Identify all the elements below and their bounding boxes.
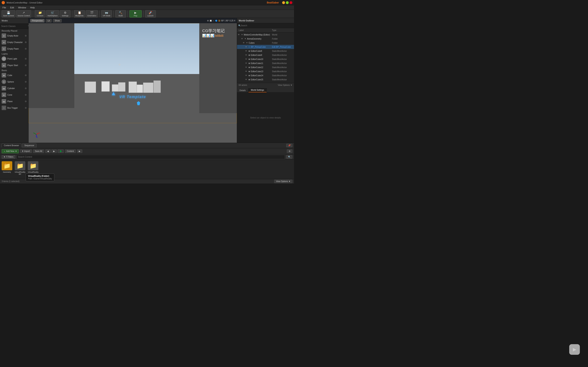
tab-sequencer[interactable]: Sequencer	[22, 143, 36, 147]
content-path-arrow[interactable]: ▶	[77, 150, 82, 153]
view-options-button[interactable]: View Options ▼	[278, 84, 292, 86]
folder-virtual-reality[interactable]: 📁 VirtualReality VirtualReality (Folder)…	[28, 161, 39, 177]
content-path-button[interactable]: Content	[65, 150, 76, 153]
vr-mode-button[interactable]: 🥽 VR Mode	[101, 10, 112, 17]
outliner-item-cube12[interactable]: 👁 ◼ EditorCube12 StaticMeshActor	[237, 65, 294, 69]
eye-icon-0: 👁	[238, 34, 240, 36]
app-icon	[2, 1, 5, 4]
play-button[interactable]: ▶ Play	[130, 10, 142, 17]
outliner-item-bp-pickup[interactable]: 👁 ⬡ BP_PickupCube Edit BP_PickupCube	[237, 45, 294, 49]
minimize-button[interactable]	[282, 1, 285, 4]
menu-window[interactable]: Window	[17, 6, 27, 9]
folder-vr-bp[interactable]: 📁 VirtualReality BP	[14, 161, 26, 177]
settings-button[interactable]: ⚙ Settings	[60, 10, 70, 17]
nav-forward-button[interactable]: ▶	[52, 150, 57, 153]
build-button[interactable]: 🔨 Build	[115, 10, 126, 17]
world-outliner-header: World Outliner	[237, 18, 294, 23]
outliner-search-input[interactable]	[241, 25, 293, 27]
source-control-button[interactable]: ↗ Source Control	[16, 10, 31, 17]
save-all-button[interactable]: Save All	[33, 150, 44, 153]
filters-button[interactable]: ▼ T Filters	[2, 155, 15, 159]
close-button[interactable]	[290, 1, 292, 4]
nav-back-button[interactable]: ◀	[45, 150, 51, 153]
perspective-button[interactable]: Perspective	[30, 19, 44, 22]
outliner-item-cube11[interactable]: 👁 ◼ EditorCube11 StaticMeshActor	[237, 61, 294, 65]
content-search-input[interactable]	[17, 155, 285, 159]
outliner-item-cube10[interactable]: 👁 ◼ EditorCube10 StaticMeshActor	[237, 57, 294, 61]
scene-cube-7	[143, 83, 153, 93]
maximize-button[interactable]	[286, 1, 289, 4]
cb-settings-button[interactable]: ⚙	[287, 150, 292, 153]
app-name: BeatSaber	[267, 1, 279, 4]
place-item-cone[interactable]: ▲ Cone ⊕	[0, 92, 28, 98]
add-new-button[interactable]: ＋ Add New ▼	[2, 149, 19, 153]
eye-icon-4: 👁	[245, 50, 248, 52]
place-item-plane[interactable]: ▬ Plane ⊕	[0, 98, 28, 105]
place-item-empty-actor[interactable]: ● Empty Actor ⊕	[0, 33, 28, 39]
outliner-header-row: Label Type	[237, 28, 294, 33]
item-type-7: StaticMeshActor	[272, 62, 292, 64]
outliner-item-arena[interactable]: 👁 ▼ ArenaGeometry Folder	[237, 37, 294, 41]
empty-pawn-icon: ●	[2, 47, 6, 51]
launch-button[interactable]: 🚀 Launch	[145, 10, 156, 17]
menu-edit[interactable]: Edit	[9, 6, 15, 9]
save-current-button[interactable]: 💾 Save Current	[2, 10, 15, 17]
outliner-item-cubes[interactable]: 👁 ▼ Cubes Folder	[237, 41, 294, 45]
outliner-item-cube15[interactable]: 👁 ◼ EditorCube15 StaticMeshActor	[237, 77, 294, 82]
place-item-box-trigger[interactable]: □ Box Trigger ⊕	[0, 105, 28, 111]
place-item-empty-pawn[interactable]: ● Empty Pawn ⊕	[0, 45, 28, 52]
svg-text:Y: Y	[33, 132, 34, 134]
tab-content-browser[interactable]: Content Browser	[2, 143, 21, 147]
cinematics-button[interactable]: 🎬 Cinematics	[86, 10, 98, 17]
search-bar[interactable]: 🔍	[0, 24, 28, 29]
place-item-cylinder[interactable]: ▬ Cylinder ⊕	[0, 85, 28, 92]
item-name-3: BP_PickupCube	[251, 46, 271, 48]
cone-label: Cone	[7, 94, 24, 96]
category-recently-placed: Recently Placed	[0, 29, 28, 33]
outliner-item-cube13[interactable]: 👁 ◼ EditorCube13 StaticMeshActor	[237, 69, 294, 73]
pin-button[interactable]: 📌	[286, 144, 292, 147]
blueprints-button[interactable]: 📋 Blueprints	[74, 10, 85, 17]
item-type-11: StaticMeshActor	[272, 78, 292, 81]
box-trigger-label: Box Trigger	[7, 107, 24, 109]
place-item-player-start[interactable]: ▲ Player Start ⊕	[0, 62, 28, 68]
show-button[interactable]: Show	[53, 19, 62, 22]
tab-world-settings[interactable]: World Settings	[249, 88, 267, 92]
folder-vr-icon: 📁	[28, 161, 38, 170]
place-item-point-light[interactable]: ● Point Light ⊕	[0, 55, 28, 62]
eye-icon-1: 👁	[241, 38, 243, 40]
view-options-bottom[interactable]: View Options ▼	[274, 180, 292, 183]
search-classes-input[interactable]	[1, 25, 27, 27]
outliner-search[interactable]: 🔍	[237, 23, 294, 28]
category-lights: Lights	[0, 52, 28, 55]
outliner-item-map[interactable]: 👁 ▼ MotionControllerMap (Editor) World	[237, 33, 294, 37]
import-button[interactable]: ⬆ Import	[20, 150, 32, 153]
menu-file[interactable]: File	[2, 6, 7, 9]
search-icon-button[interactable]: 🔍	[286, 155, 292, 159]
viewport[interactable]: Perspective Lit Show ⚙ 🔲 ↔ 🔷 🔆 90° | 90°…	[29, 18, 237, 143]
place-item-sphere[interactable]: ● Sphere ⊕	[0, 78, 28, 85]
item-name-1: ArenaGeometry	[247, 38, 271, 40]
marketplace-button[interactable]: 🛒 Marketplace	[46, 10, 59, 17]
outliner-item-cube8[interactable]: 👁 ◼ EditorCube8 StaticMeshActor	[237, 49, 294, 53]
nav-tree-button[interactable]: 🌲	[58, 150, 64, 153]
place-item-empty-character[interactable]: ● Empty Character ⊕	[0, 39, 28, 45]
place-item-cube[interactable]: ■ Cube ⊕	[0, 72, 28, 78]
menu-help[interactable]: Help	[29, 6, 36, 9]
outliner-item-cube9[interactable]: 👁 ◼ EditorCube9 StaticMeshActor	[237, 53, 294, 57]
lit-button[interactable]: Lit	[46, 19, 52, 22]
add-icon-0: ⊕	[25, 34, 27, 37]
scene-cube-8	[154, 81, 161, 93]
content-button[interactable]: 📁 Content	[35, 10, 45, 17]
toolbar-separator-6	[143, 11, 144, 17]
blueprints-icon: 📋	[78, 11, 81, 14]
tooltip-title: VirtualReality (Folder)	[28, 175, 52, 177]
outliner-item-cube14[interactable]: 👁 ◼ EditorCube14 StaticMeshActor	[237, 73, 294, 77]
item-name-10: EditorCube14	[251, 75, 271, 77]
folder-geometry[interactable]: 📁 Geometry	[2, 161, 12, 177]
build-icon: 🔨	[119, 11, 122, 14]
mesh-icon-4: ◼	[249, 50, 250, 52]
viewport-info: ⚙ 🔲 ↔ 🔷 🔆 90° | 90° 0.25 4	[207, 20, 235, 22]
import-icon: ⬆	[22, 150, 24, 152]
tab-details[interactable]: Details	[237, 89, 249, 92]
